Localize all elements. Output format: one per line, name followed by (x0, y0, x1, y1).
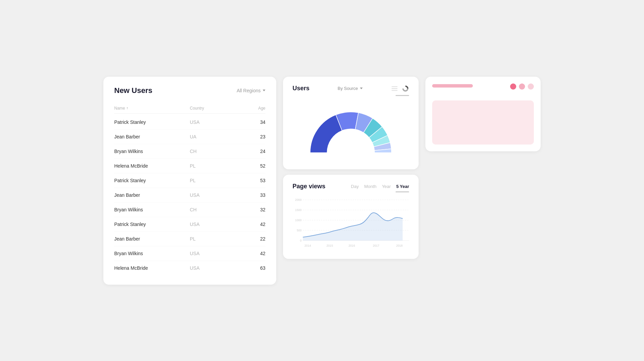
cell-name: Helena McBride (114, 265, 190, 271)
donut-view-icon[interactable] (402, 85, 409, 92)
cell-name: Helena McBride (114, 163, 190, 169)
cell-age: 32 (235, 207, 265, 212)
svg-text:1000: 1000 (295, 218, 302, 222)
cell-country: USA (190, 192, 235, 198)
table-row: Jean Barber PL 22 (114, 232, 265, 246)
deco-card (425, 77, 541, 151)
pageviews-header: Page views Day Month Year 5 Year (293, 183, 409, 190)
cell-country: USA (190, 251, 235, 256)
deco-dot-3 (528, 83, 534, 90)
svg-text:2016: 2016 (348, 244, 355, 247)
svg-text:2018: 2018 (396, 244, 403, 247)
table-row: Bryan Wilkins USA 42 (114, 246, 265, 261)
col-age-header: Age (235, 106, 265, 111)
cell-age: 53 (235, 178, 265, 183)
new-users-header: New Users All Regions (114, 86, 265, 95)
cell-name: Bryan Wilkins (114, 251, 190, 256)
table-row: Patrick Stanley USA 42 (114, 217, 265, 232)
svg-text:0: 0 (300, 239, 302, 242)
cell-age: 23 (235, 134, 265, 139)
cell-name: Jean Barber (114, 134, 190, 139)
region-label: All Regions (237, 88, 261, 93)
svg-rect-2 (391, 90, 398, 91)
deco-dot-2 (519, 83, 525, 90)
pageviews-divider (396, 191, 409, 192)
cell-age: 42 (235, 251, 265, 256)
svg-rect-1 (391, 88, 398, 89)
cell-age: 63 (235, 265, 265, 271)
svg-text:2000: 2000 (295, 198, 302, 201)
cell-country: CH (190, 207, 235, 212)
tab-year[interactable]: Year (382, 184, 391, 189)
deco-dot-1 (510, 83, 516, 90)
svg-text:2014: 2014 (304, 244, 311, 247)
svg-text:2017: 2017 (373, 244, 379, 247)
line-chart: 0 500 1000 1500 2000 2014 2015 2016 2017… (293, 196, 409, 247)
list-view-icon[interactable] (391, 85, 398, 92)
table-row: Jean Barber USA 33 (114, 188, 265, 203)
deco-rect (432, 100, 534, 145)
tab-5year[interactable]: 5 Year (396, 184, 409, 189)
pageviews-card: Page views Day Month Year 5 Year (283, 175, 419, 259)
donut-chart (303, 103, 398, 158)
cell-country: CH (190, 149, 235, 154)
cell-country: PL (190, 163, 235, 169)
table-row: Helena McBride PL 52 (114, 159, 265, 173)
sort-arrow-icon: ↑ (126, 106, 128, 110)
cell-name: Bryan Wilkins (114, 207, 190, 212)
table-row: Patrick Stanley USA 34 (114, 115, 265, 130)
svg-text:2015: 2015 (326, 244, 333, 247)
cell-country: UA (190, 134, 235, 139)
cell-country: USA (190, 265, 235, 271)
table-row: Bryan Wilkins CH 32 (114, 203, 265, 217)
users-title: Users (293, 85, 309, 92)
svg-text:500: 500 (297, 228, 301, 232)
region-dropdown[interactable]: All Regions (237, 88, 265, 93)
users-divider (396, 95, 409, 96)
cell-name: Patrick Stanley (114, 222, 190, 227)
table-row: Patrick Stanley PL 53 (114, 173, 265, 188)
cell-age: 24 (235, 149, 265, 154)
cell-name: Patrick Stanley (114, 178, 190, 183)
donut-chart-container (293, 100, 409, 161)
right-column: Users By Source (283, 77, 419, 259)
pageviews-title: Page views (293, 183, 325, 190)
table-row: Bryan Wilkins CH 24 (114, 144, 265, 159)
new-users-title: New Users (114, 86, 153, 95)
by-source-dropdown[interactable]: By Source (338, 86, 363, 91)
cell-age: 52 (235, 163, 265, 169)
deco-dots (510, 83, 534, 90)
cell-age: 22 (235, 236, 265, 242)
cell-age: 42 (235, 222, 265, 227)
tab-month[interactable]: Month (364, 184, 376, 189)
cell-age: 33 (235, 192, 265, 198)
by-source-arrow-icon (360, 88, 363, 89)
users-table: Patrick Stanley USA 34 Jean Barber UA 23… (114, 115, 265, 275)
cell-name: Jean Barber (114, 192, 190, 198)
cell-country: USA (190, 222, 235, 227)
new-users-card: New Users All Regions Name ↑ Country Age… (103, 77, 276, 285)
table-header: Name ↑ Country Age (114, 103, 265, 114)
cell-name: Bryan Wilkins (114, 149, 190, 154)
cell-age: 34 (235, 119, 265, 125)
col-country-header: Country (190, 106, 235, 111)
table-row: Helena McBride USA 63 (114, 261, 265, 275)
users-card-header: Users By Source (293, 85, 409, 92)
tab-day[interactable]: Day (351, 184, 359, 189)
dropdown-arrow-icon (263, 90, 265, 91)
col-name-header[interactable]: Name ↑ (114, 106, 190, 111)
cell-name: Jean Barber (114, 236, 190, 242)
svg-rect-0 (391, 86, 398, 87)
svg-text:1500: 1500 (295, 208, 302, 211)
cell-country: PL (190, 178, 235, 183)
line-chart-area: 0 500 1000 1500 2000 2014 2015 2016 2017… (293, 196, 409, 251)
by-source-label: By Source (338, 86, 358, 91)
time-tabs: Day Month Year 5 Year (351, 184, 409, 189)
cell-name: Patrick Stanley (114, 119, 190, 125)
table-row: Jean Barber UA 23 (114, 130, 265, 144)
users-card: Users By Source (283, 77, 419, 169)
deco-line (432, 84, 473, 88)
cell-country: USA (190, 119, 235, 125)
view-icons (391, 85, 409, 92)
cell-country: PL (190, 236, 235, 242)
